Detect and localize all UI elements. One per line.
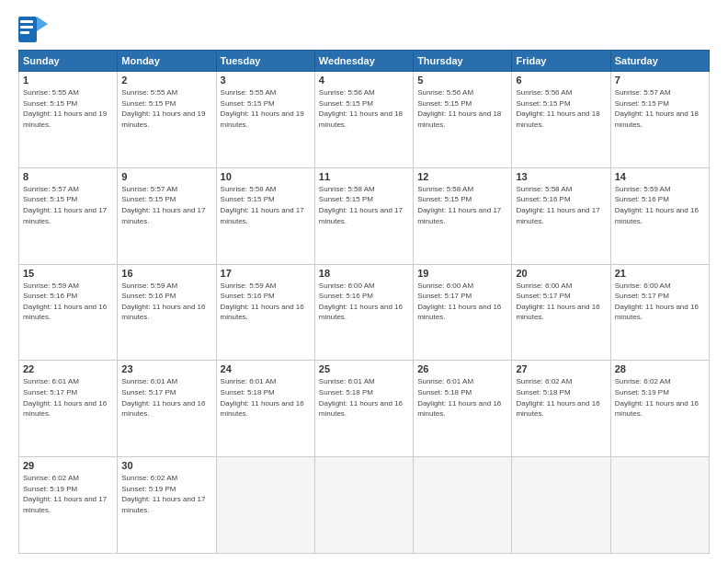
table-row: 29Sunrise: 6:02 AMSunset: 5:19 PMDayligh… xyxy=(19,457,118,554)
table-row: 10Sunrise: 5:58 AMSunset: 5:15 PMDayligh… xyxy=(216,167,314,264)
day-number: 4 xyxy=(319,75,409,86)
day-info: Sunrise: 6:00 AMSunset: 5:17 PMDaylight:… xyxy=(417,281,507,323)
day-info: Sunrise: 6:00 AMSunset: 5:16 PMDaylight:… xyxy=(319,281,409,323)
day-info: Sunrise: 6:02 AMSunset: 5:19 PMDaylight:… xyxy=(23,473,113,515)
day-info: Sunrise: 6:01 AMSunset: 5:17 PMDaylight:… xyxy=(23,376,113,419)
day-info: Sunrise: 5:56 AMSunset: 5:15 PMDaylight:… xyxy=(516,87,606,130)
page: Sunday Monday Tuesday Wednesday Thursday… xyxy=(0,0,728,563)
svg-marker-1 xyxy=(37,17,48,31)
day-info: Sunrise: 5:56 AMSunset: 5:15 PMDaylight:… xyxy=(319,87,409,130)
day-number: 11 xyxy=(319,171,409,182)
day-info: Sunrise: 5:58 AMSunset: 5:16 PMDaylight:… xyxy=(516,184,606,226)
day-info: Sunrise: 6:00 AMSunset: 5:17 PMDaylight:… xyxy=(516,281,606,323)
day-number: 12 xyxy=(417,171,507,182)
day-number: 28 xyxy=(615,363,705,374)
day-number: 24 xyxy=(221,363,311,374)
day-number: 25 xyxy=(319,363,409,374)
header xyxy=(18,17,710,42)
day-number: 14 xyxy=(615,171,705,182)
table-row: 27Sunrise: 6:02 AMSunset: 5:18 PMDayligh… xyxy=(512,361,610,457)
calendar-week-row: 22Sunrise: 6:01 AMSunset: 5:17 PMDayligh… xyxy=(19,361,710,457)
table-row xyxy=(512,457,610,554)
day-info: Sunrise: 5:59 AMSunset: 5:16 PMDaylight:… xyxy=(615,184,705,226)
day-info: Sunrise: 5:55 AMSunset: 5:15 PMDaylight:… xyxy=(221,87,311,130)
table-row xyxy=(414,457,512,554)
table-row: 26Sunrise: 6:01 AMSunset: 5:18 PMDayligh… xyxy=(414,361,512,457)
calendar-header-row: Sunday Monday Tuesday Wednesday Thursday… xyxy=(19,51,710,72)
day-info: Sunrise: 5:59 AMSunset: 5:16 PMDaylight:… xyxy=(23,281,113,323)
calendar-week-row: 1Sunrise: 5:55 AMSunset: 5:15 PMDaylight… xyxy=(19,72,710,168)
day-number: 29 xyxy=(23,460,113,471)
day-info: Sunrise: 5:58 AMSunset: 5:15 PMDaylight:… xyxy=(221,184,311,226)
day-number: 27 xyxy=(516,363,606,374)
table-row: 28Sunrise: 6:02 AMSunset: 5:19 PMDayligh… xyxy=(610,361,709,457)
table-row: 5Sunrise: 5:56 AMSunset: 5:15 PMDaylight… xyxy=(414,72,512,168)
col-saturday: Saturday xyxy=(610,51,709,72)
day-info: Sunrise: 5:59 AMSunset: 5:16 PMDaylight:… xyxy=(221,281,311,323)
day-number: 7 xyxy=(615,75,705,86)
day-info: Sunrise: 5:58 AMSunset: 5:15 PMDaylight:… xyxy=(417,184,507,226)
calendar-table: Sunday Monday Tuesday Wednesday Thursday… xyxy=(18,50,710,554)
svg-rect-2 xyxy=(20,20,33,23)
day-info: Sunrise: 6:01 AMSunset: 5:17 PMDaylight:… xyxy=(121,376,211,419)
day-info: Sunrise: 5:55 AMSunset: 5:15 PMDaylight:… xyxy=(23,87,113,130)
day-info: Sunrise: 6:02 AMSunset: 5:19 PMDaylight:… xyxy=(121,473,211,515)
table-row: 7Sunrise: 5:57 AMSunset: 5:15 PMDaylight… xyxy=(610,72,709,168)
table-row: 24Sunrise: 6:01 AMSunset: 5:18 PMDayligh… xyxy=(216,361,314,457)
calendar-week-row: 15Sunrise: 5:59 AMSunset: 5:16 PMDayligh… xyxy=(19,264,710,361)
day-number: 3 xyxy=(221,75,311,86)
table-row xyxy=(610,457,709,554)
day-info: Sunrise: 5:56 AMSunset: 5:15 PMDaylight:… xyxy=(417,87,507,130)
table-row: 12Sunrise: 5:58 AMSunset: 5:15 PMDayligh… xyxy=(414,167,512,264)
day-number: 15 xyxy=(23,268,113,279)
day-info: Sunrise: 6:01 AMSunset: 5:18 PMDaylight:… xyxy=(221,376,311,419)
day-number: 8 xyxy=(23,171,113,182)
table-row: 8Sunrise: 5:57 AMSunset: 5:15 PMDaylight… xyxy=(19,167,118,264)
table-row: 2Sunrise: 5:55 AMSunset: 5:15 PMDaylight… xyxy=(118,72,216,168)
day-number: 16 xyxy=(121,268,211,279)
table-row: 25Sunrise: 6:01 AMSunset: 5:18 PMDayligh… xyxy=(314,361,413,457)
day-number: 21 xyxy=(615,268,705,279)
day-info: Sunrise: 6:00 AMSunset: 5:17 PMDaylight:… xyxy=(615,281,705,323)
table-row: 30Sunrise: 6:02 AMSunset: 5:19 PMDayligh… xyxy=(118,457,216,554)
day-info: Sunrise: 6:01 AMSunset: 5:18 PMDaylight:… xyxy=(319,376,409,419)
day-info: Sunrise: 6:01 AMSunset: 5:18 PMDaylight:… xyxy=(417,376,507,419)
day-number: 19 xyxy=(417,268,507,279)
table-row: 16Sunrise: 5:59 AMSunset: 5:16 PMDayligh… xyxy=(118,264,216,361)
col-friday: Friday xyxy=(512,51,610,72)
day-info: Sunrise: 5:57 AMSunset: 5:15 PMDaylight:… xyxy=(615,87,705,130)
table-row: 18Sunrise: 6:00 AMSunset: 5:16 PMDayligh… xyxy=(314,264,413,361)
day-number: 23 xyxy=(121,363,211,374)
table-row: 9Sunrise: 5:57 AMSunset: 5:15 PMDaylight… xyxy=(118,167,216,264)
day-number: 30 xyxy=(121,460,211,471)
day-info: Sunrise: 5:55 AMSunset: 5:15 PMDaylight:… xyxy=(121,87,211,130)
table-row: 19Sunrise: 6:00 AMSunset: 5:17 PMDayligh… xyxy=(414,264,512,361)
day-info: Sunrise: 6:02 AMSunset: 5:19 PMDaylight:… xyxy=(615,376,705,419)
day-number: 26 xyxy=(417,363,507,374)
day-info: Sunrise: 6:02 AMSunset: 5:18 PMDaylight:… xyxy=(516,376,606,419)
table-row: 11Sunrise: 5:58 AMSunset: 5:15 PMDayligh… xyxy=(314,167,413,264)
day-number: 20 xyxy=(516,268,606,279)
table-row: 6Sunrise: 5:56 AMSunset: 5:15 PMDaylight… xyxy=(512,72,610,168)
table-row: 21Sunrise: 6:00 AMSunset: 5:17 PMDayligh… xyxy=(610,264,709,361)
table-row: 20Sunrise: 6:00 AMSunset: 5:17 PMDayligh… xyxy=(512,264,610,361)
day-info: Sunrise: 5:57 AMSunset: 5:15 PMDaylight:… xyxy=(121,184,211,226)
day-number: 1 xyxy=(23,75,113,86)
col-sunday: Sunday xyxy=(19,51,118,72)
table-row: 14Sunrise: 5:59 AMSunset: 5:16 PMDayligh… xyxy=(610,167,709,264)
col-monday: Monday xyxy=(118,51,216,72)
table-row: 15Sunrise: 5:59 AMSunset: 5:16 PMDayligh… xyxy=(19,264,118,361)
table-row: 3Sunrise: 5:55 AMSunset: 5:15 PMDaylight… xyxy=(216,72,314,168)
day-info: Sunrise: 5:57 AMSunset: 5:15 PMDaylight:… xyxy=(23,184,113,226)
table-row: 23Sunrise: 6:01 AMSunset: 5:17 PMDayligh… xyxy=(118,361,216,457)
table-row xyxy=(314,457,413,554)
logo-icon xyxy=(18,17,48,42)
day-number: 9 xyxy=(121,171,211,182)
table-row: 17Sunrise: 5:59 AMSunset: 5:16 PMDayligh… xyxy=(216,264,314,361)
logo xyxy=(18,17,51,42)
table-row xyxy=(216,457,314,554)
table-row: 22Sunrise: 6:01 AMSunset: 5:17 PMDayligh… xyxy=(19,361,118,457)
table-row: 4Sunrise: 5:56 AMSunset: 5:15 PMDaylight… xyxy=(314,72,413,168)
day-number: 6 xyxy=(516,75,606,86)
day-number: 2 xyxy=(121,75,211,86)
